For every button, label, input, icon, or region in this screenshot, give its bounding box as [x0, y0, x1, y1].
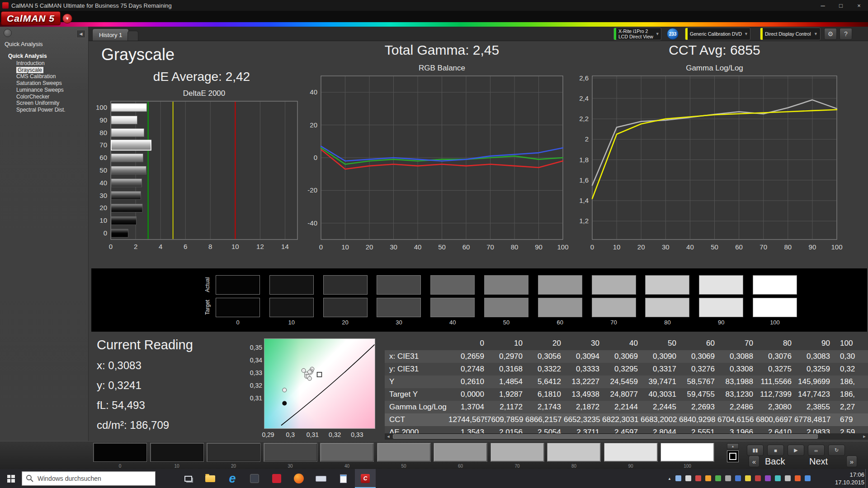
- start-button[interactable]: [0, 469, 22, 488]
- sidebar-item-cms-calibration[interactable]: CMS Calibration: [0, 73, 88, 80]
- stop-button[interactable]: ■: [767, 445, 784, 456]
- clock-time: 17:06: [828, 471, 864, 479]
- sidebar-item-introduction[interactable]: Introduction: [0, 60, 88, 67]
- sidebar-item-spectral-power-dist-[interactable]: Spectral Power Dist.: [0, 107, 88, 113]
- table-scrollbar[interactable]: ◄ ►: [385, 433, 868, 440]
- sidebar-collapse-button[interactable]: ◀: [76, 30, 85, 38]
- tray-icon-10[interactable]: [765, 475, 771, 481]
- tray-icon-6[interactable]: [725, 475, 731, 481]
- workflow-tree: Quick Analysis IntroductionGrayscaleCMS …: [0, 52, 88, 113]
- scroll-right-button[interactable]: ►: [861, 434, 868, 439]
- file-explorer-icon[interactable]: [200, 469, 221, 488]
- task-view-button[interactable]: [178, 469, 198, 488]
- source-selector[interactable]: Generic Calibration DVD ▼: [685, 28, 750, 40]
- pattern-swatch-50[interactable]: [377, 443, 431, 462]
- maximize-button[interactable]: □: [832, 0, 850, 11]
- svg-text:8: 8: [208, 243, 212, 250]
- pattern-swatch-20[interactable]: [207, 443, 260, 462]
- pattern-swatch-90[interactable]: [604, 443, 658, 462]
- tray-icon-9[interactable]: [755, 475, 761, 481]
- loop-button[interactable]: ∞: [808, 445, 825, 456]
- tray-icon-12[interactable]: [785, 475, 791, 481]
- sidebar-menu-button[interactable]: [4, 29, 12, 37]
- back-chevron-button[interactable]: «: [749, 455, 760, 467]
- pattern-swatch-60[interactable]: [434, 443, 487, 462]
- calman-window: CalMAN 5 CalMAN Ultimate for Business 75…: [0, 0, 868, 488]
- keyboard-app-icon[interactable]: [311, 469, 331, 488]
- table-col-header: 40: [602, 337, 641, 350]
- pattern-swatch-80[interactable]: [547, 443, 601, 462]
- pattern-swatch-70[interactable]: [491, 443, 544, 462]
- new-tab-button[interactable]: [127, 31, 138, 41]
- edge-icon[interactable]: e: [222, 469, 243, 488]
- pattern-swatch-label: 80: [547, 464, 601, 469]
- tray-icon-11[interactable]: [775, 475, 781, 481]
- next-button[interactable]: Next: [809, 455, 828, 467]
- firefox-icon-glyph: [294, 474, 304, 483]
- sidebar-item-grayscale[interactable]: Grayscale: [0, 67, 88, 74]
- tray-expand-chevron[interactable]: ▲: [665, 469, 674, 488]
- pattern-window-button[interactable]: [727, 450, 739, 462]
- media-app-icon[interactable]: [244, 469, 265, 488]
- meter-selector[interactable]: X-Rite i1Pro 2 LCD Direct View ▼: [613, 28, 661, 40]
- firefox-icon[interactable]: [288, 469, 309, 488]
- pattern-swatch-30[interactable]: [264, 443, 317, 462]
- table-cell: 6822,3031: [602, 413, 641, 426]
- pattern-swatch-0[interactable]: [93, 443, 147, 462]
- scrollbar-thumb[interactable]: [393, 434, 818, 439]
- pause-button[interactable]: ▮▮: [747, 445, 764, 456]
- svg-text:20: 20: [366, 243, 373, 251]
- table-col-header: 80: [756, 337, 794, 350]
- svg-text:100: 100: [557, 243, 568, 251]
- table-header-row: 0102030405060708090100: [385, 337, 868, 350]
- pattern-swatch-100[interactable]: [660, 443, 714, 462]
- table-cell: 0,3308: [717, 363, 756, 375]
- tray-icon-2[interactable]: [685, 475, 691, 481]
- next-chevron-button[interactable]: »: [846, 455, 857, 467]
- pattern-swatch-40[interactable]: [320, 443, 374, 462]
- tray-icon-14[interactable]: [805, 475, 811, 481]
- close-button[interactable]: ×: [850, 0, 868, 11]
- table-cell: 2,8044: [641, 426, 679, 433]
- red-app-icon[interactable]: [266, 469, 287, 488]
- back-button[interactable]: Back: [765, 455, 785, 467]
- calman-taskbar-icon[interactable]: C: [355, 469, 376, 488]
- calman-logo[interactable]: CalMAN 5 ▼: [1, 11, 72, 25]
- swatch-target-100: [753, 298, 797, 317]
- tray-icon-7[interactable]: [735, 475, 741, 481]
- taskbar-clock[interactable]: 17:06 17.10.2015: [828, 471, 864, 486]
- svg-text:RGB Balance: RGB Balance: [419, 64, 465, 72]
- tray-icon-3[interactable]: [695, 475, 701, 481]
- pattern-up-button[interactable]: ▲: [727, 443, 739, 449]
- sidebar-item-colorchecker[interactable]: ColorChecker: [0, 94, 88, 100]
- notepad-icon[interactable]: [333, 469, 354, 488]
- tree-root-quick-analysis[interactable]: Quick Analysis: [0, 52, 88, 60]
- scroll-left-button[interactable]: ◄: [385, 434, 392, 439]
- svg-text:100: 100: [96, 103, 107, 111]
- show-desktop-button[interactable]: [865, 469, 868, 488]
- tab-history-1[interactable]: History 1: [92, 28, 129, 41]
- logo-menu-button[interactable]: ▼: [62, 14, 72, 23]
- tray-icon-1[interactable]: [675, 475, 681, 481]
- sidebar-item-screen-uniformity[interactable]: Screen Uniformity: [0, 100, 88, 107]
- taskbar-search-input[interactable]: Windows durchsuchen: [22, 471, 156, 486]
- settings-gear-button[interactable]: ⚙: [824, 28, 837, 40]
- svg-text:2,4: 2,4: [579, 94, 589, 102]
- play-button[interactable]: ▶: [788, 445, 804, 456]
- pattern-swatch-10[interactable]: [150, 443, 204, 462]
- tray-icon-13[interactable]: [795, 475, 801, 481]
- minimize-button[interactable]: ─: [814, 0, 832, 11]
- tray-icon-4[interactable]: [705, 475, 711, 481]
- table-row: x: CIE310,26590,29700,30560,30940,30690,…: [385, 350, 868, 363]
- refresh-button[interactable]: ↻: [828, 445, 845, 456]
- help-button[interactable]: ?: [840, 28, 852, 40]
- sidebar-item-saturation-sweeps[interactable]: Saturation Sweeps: [0, 80, 88, 87]
- tray-icon-8[interactable]: [745, 475, 751, 481]
- sidebar-item-luminance-sweeps[interactable]: Luminance Sweeps: [0, 87, 88, 94]
- table-cell: 0,3069: [602, 350, 641, 363]
- reading-fl: fL: 54,493: [97, 399, 193, 412]
- display-control-selector[interactable]: Direct Display Control ▼: [760, 28, 821, 40]
- tray-icon-5[interactable]: [715, 475, 721, 481]
- meter-count-badge[interactable]: 233: [667, 28, 679, 40]
- sidebar-item-label: Saturation Sweeps: [16, 80, 62, 86]
